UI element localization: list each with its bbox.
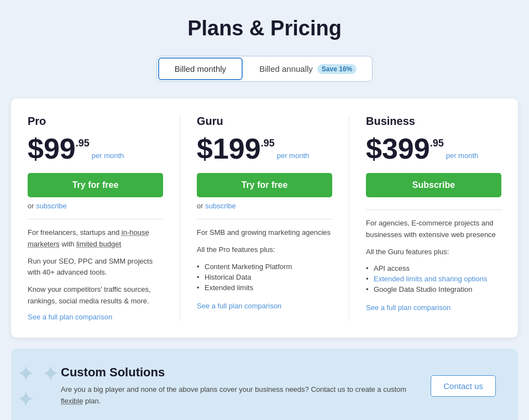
business-feature-3: Google Data Studio Integration xyxy=(366,284,501,295)
billing-annual-label: Billed annually xyxy=(259,64,313,74)
business-plan-name: Business xyxy=(366,115,501,128)
custom-solutions-title: Custom Solutions xyxy=(61,365,420,380)
business-feature-2: Extended limits and sharing options xyxy=(366,274,501,284)
pro-price-main: $99 xyxy=(28,134,76,163)
business-divider xyxy=(366,209,501,210)
guru-feature-2: Historical Data xyxy=(197,272,332,282)
guru-price-period: per month xyxy=(277,151,310,160)
business-price-period: per month xyxy=(446,151,479,160)
pro-price-cents: .95 xyxy=(76,138,90,149)
guru-plan-name: Guru xyxy=(197,115,332,128)
business-feature-1: API access xyxy=(366,263,501,274)
pro-try-free-button[interactable]: Try for free xyxy=(28,173,163,197)
plan-guru: Guru $199 .95 per month Try for free or … xyxy=(180,115,349,321)
business-price-cents: .95 xyxy=(430,138,444,149)
business-subscribe-button[interactable]: Subscribe xyxy=(366,173,501,197)
billing-monthly-button[interactable]: Billed monthly xyxy=(158,57,243,80)
guru-feature-1: Content Marketing Platform xyxy=(197,261,332,272)
page-title: Plans & Pricing xyxy=(187,17,342,40)
billing-toggle: Billed monthly Billed annually Save 16% xyxy=(156,56,373,82)
pro-price-period: per month xyxy=(92,151,124,160)
business-features-label: All the Guru features plus: xyxy=(366,246,501,258)
pro-description-1: For freelancers, startups and in-house m… xyxy=(28,227,163,250)
contact-us-button[interactable]: Contact us xyxy=(431,375,496,397)
pro-subscribe-link[interactable]: subscribe xyxy=(36,202,67,210)
guru-price-main: $199 xyxy=(197,134,261,163)
guru-price: $199 .95 per month xyxy=(197,134,332,163)
stars-icon: ✦ ✦✦ xyxy=(17,361,60,412)
guru-divider xyxy=(197,219,332,219)
guru-try-free-button[interactable]: Try for free xyxy=(197,173,332,197)
pro-comparison-link[interactable]: See a full plan comparison xyxy=(28,313,163,321)
pro-price: $99 .95 per month xyxy=(28,134,163,163)
business-price-main: $399 xyxy=(366,134,430,163)
custom-solutions-section: ✦ ✦✦ Custom Solutions Are you a big play… xyxy=(11,349,518,420)
pro-plan-name: Pro xyxy=(28,115,163,128)
business-feature-list: API access Extended limits and sharing o… xyxy=(366,263,501,295)
business-description-1: For agencies, E-commerce projects and bu… xyxy=(366,218,501,241)
business-feature-2-link[interactable]: Extended limits and sharing options xyxy=(374,275,487,283)
guru-or-subscribe: or subscribe xyxy=(197,202,332,210)
plan-pro: Pro $99 .95 per month Try for free or su… xyxy=(11,115,180,321)
guru-feature-3: Extended limits xyxy=(197,282,332,293)
custom-solutions-description: Are you a big player and none of the abo… xyxy=(61,384,420,407)
guru-comparison-link[interactable]: See a full plan comparison xyxy=(197,302,332,310)
business-comparison-link[interactable]: See a full plan comparison xyxy=(366,303,501,312)
plan-business: Business $399 .95 per month Subscribe Fo… xyxy=(349,115,518,321)
pro-description-3: Know your competitors' traffic sources, … xyxy=(28,284,163,307)
pro-description-2: Run your SEO, PPC and SMM projects with … xyxy=(28,256,163,279)
plans-container: Pro $99 .95 per month Try for free or su… xyxy=(11,98,518,338)
business-price: $399 .95 per month xyxy=(366,134,501,163)
pro-or-subscribe: or subscribe xyxy=(28,202,163,210)
guru-description-1: For SMB and growing marketing agencies xyxy=(197,227,332,239)
guru-feature-list: Content Marketing Platform Historical Da… xyxy=(197,261,332,293)
save-badge: Save 16% xyxy=(317,64,357,74)
billing-annual-button[interactable]: Billed annually Save 16% xyxy=(244,56,372,81)
guru-subscribe-link[interactable]: subscribe xyxy=(205,202,236,210)
custom-content: Custom Solutions Are you a big player an… xyxy=(33,365,420,407)
guru-price-cents: .95 xyxy=(261,138,275,149)
guru-features-label: All the Pro features plus: xyxy=(197,244,332,256)
pro-divider xyxy=(28,219,163,219)
